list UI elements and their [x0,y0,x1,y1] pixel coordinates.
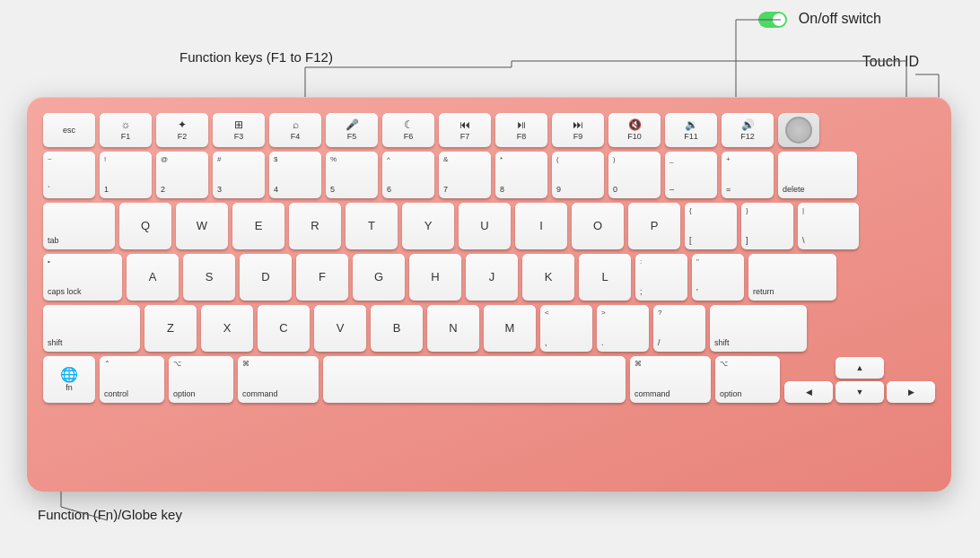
key-y[interactable]: Y [402,203,454,249]
key-f9[interactable]: ⏭ F9 [552,113,604,147]
key-7[interactable]: & 7 [439,152,491,198]
key-delete[interactable]: delete [778,152,857,198]
touchid-label: Touch ID [862,54,919,70]
key-0[interactable]: ) 0 [608,152,661,198]
key-fn-globe[interactable]: 🌐 fn [43,356,95,403]
key-quote[interactable]: " ' [692,254,744,301]
key-l[interactable]: L [579,254,631,301]
key-9[interactable]: ( 9 [552,152,604,198]
key-space[interactable] [323,356,626,403]
key-f12-icon: 🔊 [741,118,755,131]
qwerty-row: tab Q W E R T Y U I O P { [ } ] | \ [43,203,935,249]
key-f4-label: F4 [291,132,301,142]
key-arrow-left[interactable]: ◀ [784,381,833,403]
key-esc-label: esc [63,126,75,135]
key-rbracket[interactable]: } ] [741,203,793,249]
key-backslash[interactable]: | \ [798,203,859,249]
key-f11[interactable]: 🔉 F11 [665,113,717,147]
key-i[interactable]: I [515,203,567,249]
touchid-circle [785,117,812,144]
fn-row: esc ☼ F1 ✦ F2 ⊞ F3 ⌕ F4 🎤 F5 [43,113,935,147]
key-f7-icon: ⏮ [459,118,470,131]
key-f8[interactable]: ⏯ F8 [495,113,547,147]
key-p[interactable]: P [628,203,680,249]
key-w[interactable]: W [176,203,228,249]
key-f2[interactable]: ✦ F2 [156,113,208,147]
key-option-right[interactable]: ⌥ option [715,356,780,403]
onoff-toggle[interactable] [758,12,787,28]
key-n[interactable]: N [427,305,479,352]
key-8[interactable]: * 8 [495,152,547,198]
key-minus[interactable]: _ – [665,152,717,198]
key-q[interactable]: Q [119,203,171,249]
key-f5-label: F5 [347,132,357,142]
globe-icon: 🌐 [60,366,78,383]
key-arrow-up[interactable]: ▲ [836,357,884,379]
key-f3[interactable]: ⊞ F3 [213,113,265,147]
key-a[interactable]: A [127,254,179,301]
key-arrow-down[interactable]: ▼ [836,381,884,403]
key-f12-label: F12 [740,132,755,142]
key-5[interactable]: % 5 [326,152,378,198]
key-x[interactable]: X [201,305,253,352]
key-f[interactable]: F [296,254,348,301]
key-f3-icon: ⊞ [234,118,243,131]
key-f5[interactable]: 🎤 F5 [326,113,378,147]
key-equals[interactable]: + = [722,152,774,198]
key-f8-icon: ⏯ [516,118,527,131]
key-f1[interactable]: ☼ F1 [100,113,152,147]
key-f6[interactable]: ☾ F6 [382,113,434,147]
key-shift-right[interactable]: shift [710,305,807,352]
key-6[interactable]: ^ 6 [382,152,434,198]
key-lbracket[interactable]: { [ [685,203,737,249]
key-f1-icon: ☼ [121,118,131,131]
key-slash[interactable]: ? / [653,305,705,352]
key-e[interactable]: E [232,203,284,249]
arrow-cluster: ▲ ◀ ▼ ▶ [784,357,935,403]
key-k[interactable]: K [522,254,574,301]
key-tab[interactable]: tab [43,203,115,249]
key-backtick[interactable]: ~ ` [43,152,95,198]
key-control[interactable]: ⌃ control [100,356,164,403]
key-command-left[interactable]: ⌘ command [238,356,319,403]
key-j[interactable]: J [466,254,518,301]
key-v[interactable]: V [314,305,366,352]
toggle-knob [773,13,785,26]
key-r[interactable]: R [289,203,341,249]
key-1[interactable]: ! 1 [100,152,152,198]
key-z[interactable]: Z [144,305,197,352]
key-2[interactable]: @ 2 [156,152,208,198]
key-f11-label: F11 [684,132,698,142]
key-capslock[interactable]: • caps lock [43,254,122,301]
key-g[interactable]: G [353,254,405,301]
key-f5-icon: 🎤 [346,118,359,131]
key-3[interactable]: # 3 [213,152,265,198]
key-comma[interactable]: < , [540,305,592,352]
key-f4[interactable]: ⌕ F4 [269,113,321,147]
key-f4-icon: ⌕ [293,118,299,131]
key-semicolon[interactable]: : ; [635,254,687,301]
key-f12[interactable]: 🔊 F12 [722,113,774,147]
key-option-left[interactable]: ⌥ option [169,356,233,403]
key-b[interactable]: B [371,305,423,352]
key-t[interactable]: T [346,203,398,249]
key-command-right[interactable]: ⌘ command [630,356,711,403]
key-f9-label: F9 [573,132,583,142]
key-f7[interactable]: ⏮ F7 [439,113,491,147]
key-u[interactable]: U [459,203,511,249]
key-return[interactable]: return [748,254,836,301]
key-m[interactable]: M [484,305,536,352]
key-arrow-right[interactable]: ▶ [887,381,935,403]
key-esc[interactable]: esc [43,113,95,147]
key-h[interactable]: H [409,254,461,301]
key-o[interactable]: O [572,203,624,249]
key-touchid[interactable] [778,113,819,147]
key-s[interactable]: S [183,254,235,301]
key-shift-left[interactable]: shift [43,305,140,352]
key-4[interactable]: $ 4 [269,152,321,198]
key-d[interactable]: D [240,254,292,301]
key-f6-icon: ☾ [404,118,414,131]
key-f10[interactable]: 🔇 F10 [608,113,661,147]
key-period[interactable]: > . [597,305,649,352]
key-c[interactable]: C [258,305,310,352]
